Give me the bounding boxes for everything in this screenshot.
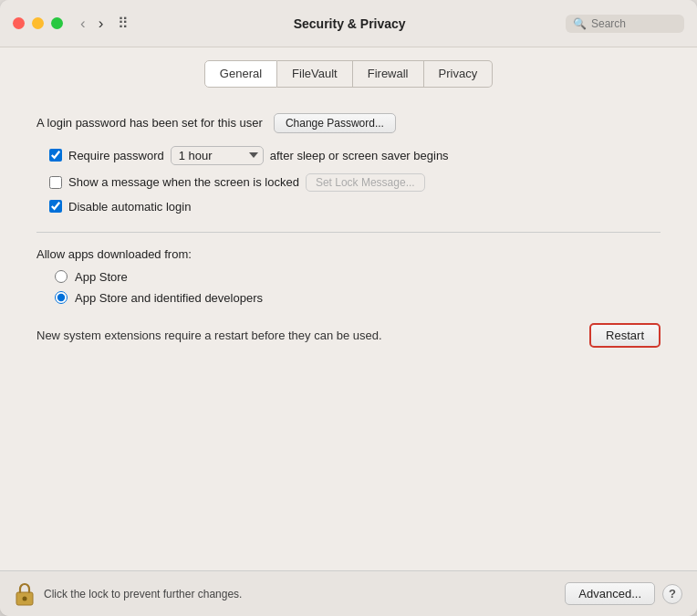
app-store-identified-row: App Store and identified developers — [55, 291, 661, 305]
search-icon: 🔍 — [573, 17, 587, 30]
divider — [36, 232, 661, 233]
tab-general[interactable]: General — [204, 60, 277, 88]
restart-row: New system extensions require a restart … — [36, 323, 661, 348]
content-area: A login password has been set for this u… — [0, 97, 697, 571]
window-controls — [13, 17, 63, 29]
app-store-label: App Store — [75, 270, 128, 284]
app-store-identified-radio[interactable] — [55, 291, 68, 304]
bottom-right-controls: Advanced... ? — [565, 582, 682, 605]
main-window: ‹ › ⠿ Security & Privacy 🔍 General FileV… — [0, 0, 697, 616]
help-button[interactable]: ? — [662, 584, 682, 604]
allow-apps-label: Allow apps downloaded from: — [36, 247, 661, 261]
show-message-checkbox[interactable] — [49, 176, 62, 189]
require-password-label: Require password — [68, 149, 164, 162]
minimize-button[interactable] — [32, 17, 44, 29]
set-lock-message-button[interactable]: Set Lock Message... — [306, 173, 425, 192]
restart-text: New system extensions require a restart … — [36, 329, 382, 342]
nav-buttons: ‹ › — [76, 14, 108, 33]
app-store-row: App Store — [55, 270, 661, 284]
disable-autologin-row: Disable automatic login — [49, 200, 661, 214]
back-button[interactable]: ‹ — [76, 14, 90, 33]
search-input[interactable] — [591, 17, 673, 30]
titlebar: ‹ › ⠿ Security & Privacy 🔍 — [0, 0, 697, 47]
lock-icon[interactable] — [15, 581, 35, 607]
forward-button[interactable]: › — [94, 14, 109, 33]
checkbox-section: Require password immediately 5 seconds 1… — [36, 146, 661, 214]
require-password-checkbox[interactable] — [49, 149, 62, 162]
show-message-label: Show a message when the screen is locked — [68, 175, 299, 189]
grid-button[interactable]: ⠿ — [113, 13, 133, 34]
restart-button[interactable]: Restart — [589, 323, 661, 348]
lock-text: Click the lock to prevent further change… — [44, 588, 565, 600]
password-interval-select[interactable]: immediately 5 seconds 1 minute 1 hour 4 … — [171, 146, 264, 165]
tab-firewall[interactable]: Firewall — [353, 60, 424, 88]
app-store-radio[interactable] — [55, 270, 68, 283]
search-box[interactable]: 🔍 — [566, 15, 684, 33]
bottom-bar: Click the lock to prevent further change… — [0, 570, 697, 616]
disable-autologin-checkbox[interactable] — [49, 200, 62, 213]
disable-autologin-label: Disable automatic login — [68, 200, 191, 214]
login-password-text: A login password has been set for this u… — [36, 116, 263, 130]
tabs-area: General FileVault Firewall Privacy — [0, 47, 697, 97]
advanced-button[interactable]: Advanced... — [565, 582, 655, 605]
maximize-button[interactable] — [51, 17, 63, 29]
close-button[interactable] — [13, 17, 25, 29]
app-store-identified-label: App Store and identified developers — [75, 291, 263, 305]
require-password-row: Require password immediately 5 seconds 1… — [49, 146, 661, 165]
login-password-row: A login password has been set for this u… — [36, 113, 661, 133]
tab-filevault[interactable]: FileVault — [277, 60, 353, 88]
show-message-row: Show a message when the screen is locked… — [49, 173, 661, 192]
window-title: Security & Privacy — [133, 16, 566, 31]
change-password-button[interactable]: Change Password... — [274, 113, 396, 133]
require-password-after-label: after sleep or screen saver begins — [270, 149, 449, 162]
tab-privacy[interactable]: Privacy — [424, 60, 494, 88]
svg-point-1 — [23, 596, 27, 600]
radio-section: App Store App Store and identified devel… — [36, 270, 661, 305]
